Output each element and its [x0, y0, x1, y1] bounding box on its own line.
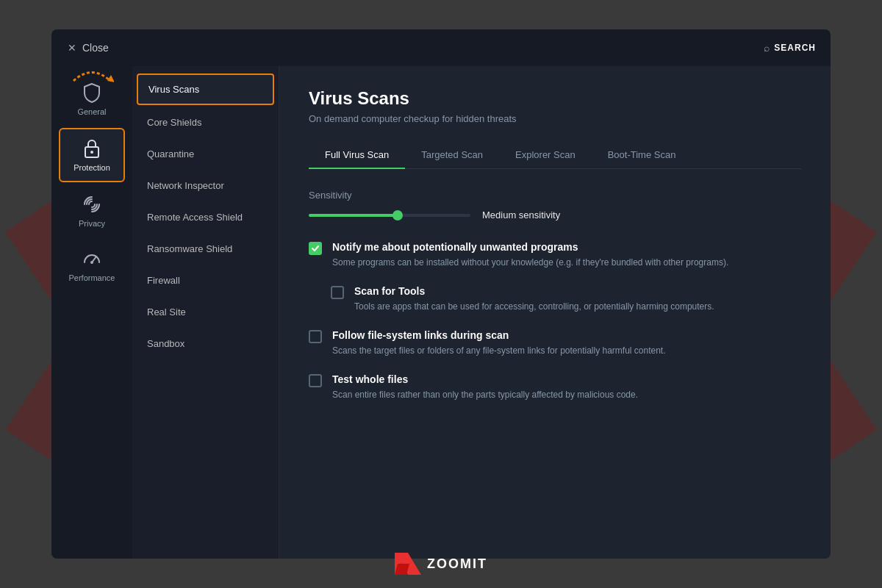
tab-targeted-scan[interactable]: Targeted Scan [405, 142, 499, 169]
menu-item-real-site[interactable]: Real Site [132, 296, 279, 328]
zoomit-logo-icon [395, 553, 421, 575]
option-notify-pup-desc: Some programs can be installed without y… [332, 256, 728, 269]
sensitivity-label: Sensitivity [309, 190, 801, 201]
menu-item-ransomware-shield[interactable]: Ransomware Shield [132, 233, 279, 265]
sidebar-item-general[interactable]: General [59, 74, 125, 125]
option-notify-pup: Notify me about potentionally unwanted p… [309, 241, 801, 269]
sidebar-item-privacy[interactable]: Privacy [59, 185, 125, 237]
search-icon: ⌕ [764, 42, 770, 54]
sidebar-item-performance-label: Performance [69, 273, 115, 282]
svg-point-4 [90, 261, 93, 264]
svg-point-2 [90, 151, 93, 154]
dashed-arc-icon [70, 68, 114, 82]
sensitivity-slider[interactable] [309, 214, 470, 217]
sidebar-item-general-label: General [77, 107, 106, 116]
search-button[interactable]: ⌕ SEARCH [764, 42, 816, 54]
shield-icon [82, 82, 102, 103]
sidebar-item-performance[interactable]: Performance [59, 240, 125, 291]
window-body: General Protection [51, 66, 831, 559]
option-follow-fs-links: Follow file-system links during scan Sca… [309, 329, 801, 357]
sidebar-menu: Virus Scans Core Shields Quarantine Netw… [132, 66, 279, 559]
checkbox-notify-pup[interactable] [309, 242, 322, 255]
watermark-text: ZOOMIT [427, 556, 487, 572]
speedometer-icon [82, 248, 102, 269]
option-follow-fs-links-title: Follow file-system links during scan [332, 329, 666, 341]
page-title: Virus Scans [309, 88, 801, 109]
option-scan-tools-desc: Tools are apps that can be used for acce… [354, 300, 714, 313]
menu-item-sandbox[interactable]: Sandbox [132, 328, 279, 359]
main-content: Virus Scans On demand computer checkup f… [279, 66, 831, 559]
sidebar-item-protection[interactable]: Protection [59, 128, 125, 182]
close-icon: ✕ [66, 42, 78, 54]
menu-item-firewall[interactable]: Firewall [132, 265, 279, 296]
menu-item-quarantine[interactable]: Quarantine [132, 138, 279, 170]
slider-thumb[interactable] [392, 210, 403, 220]
scan-tabs: Full Virus Scan Targeted Scan Explorer S… [309, 142, 801, 169]
slider-value-label: Medium sensitivity [482, 209, 560, 220]
option-test-whole-files-desc: Scan entire files rather than only the p… [332, 388, 638, 401]
sidebar-item-privacy-label: Privacy [79, 219, 105, 228]
sidebar-item-protection-label: Protection [74, 163, 110, 172]
page-subtitle: On demand computer checkup for hidden th… [309, 113, 801, 124]
sidebar-icons: General Protection [51, 66, 132, 559]
checkbox-follow-fs-links[interactable] [309, 330, 322, 343]
option-test-whole-files: Test whole files Scan entire files rathe… [309, 373, 801, 401]
option-scan-tools-title: Scan for Tools [354, 285, 714, 297]
fingerprint-icon [82, 194, 102, 215]
app-window: ✕ Close ⌕ SEARCH [51, 29, 831, 559]
checkbox-test-whole-files[interactable] [309, 374, 322, 387]
close-button[interactable]: ✕ Close [66, 42, 109, 54]
option-notify-pup-title: Notify me about potentionally unwanted p… [332, 241, 728, 253]
tab-boot-time-scan[interactable]: Boot-Time Scan [592, 142, 692, 169]
titlebar-left: ✕ Close [66, 42, 109, 54]
option-scan-tools: Scan for Tools Tools are apps that can b… [309, 285, 801, 313]
slider-row: Medium sensitivity [309, 209, 801, 220]
menu-item-virus-scans[interactable]: Virus Scans [137, 74, 274, 105]
search-label: SEARCH [774, 43, 816, 53]
menu-item-core-shields[interactable]: Core Shields [132, 107, 279, 138]
option-follow-fs-links-desc: Scans the target files or folders of any… [332, 344, 666, 357]
titlebar: ✕ Close ⌕ SEARCH [51, 29, 831, 66]
option-test-whole-files-title: Test whole files [332, 373, 638, 385]
tab-explorer-scan[interactable]: Explorer Scan [499, 142, 592, 169]
sensitivity-section: Sensitivity Medium sensitivity [309, 190, 801, 220]
close-label: Close [82, 42, 109, 54]
tab-full-virus-scan[interactable]: Full Virus Scan [309, 142, 405, 169]
watermark: ZOOMIT [395, 553, 487, 575]
menu-item-network-inspector[interactable]: Network Inspector [132, 170, 279, 201]
slider-fill [309, 214, 398, 217]
checkbox-scan-tools[interactable] [331, 286, 344, 299]
lock-icon [82, 138, 102, 159]
menu-item-remote-access-shield[interactable]: Remote Access Shield [132, 201, 279, 233]
